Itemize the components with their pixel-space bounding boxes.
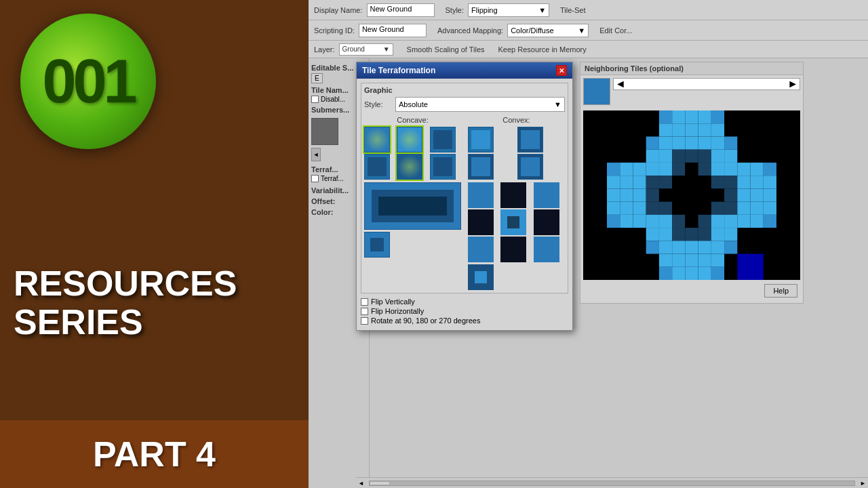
convex-column: Convex: [468,116,565,290]
convex-check-6[interactable] [534,209,559,235]
svg-rect-53 [633,188,646,201]
scroll-right-btn[interactable]: ► [858,480,868,487]
svg-rect-79 [633,215,646,228]
scroll-left-arrow[interactable]: ◄ [615,78,626,90]
concave-tile-6[interactable] [430,154,456,180]
svg-rect-61 [737,188,750,201]
preview-scroll-bar[interactable]: ◄ ► [613,78,800,90]
svg-rect-29 [659,163,672,176]
convex-check-8[interactable] [500,237,526,262]
svg-rect-15 [698,136,711,149]
svg-rect-80 [646,215,659,228]
svg-rect-99 [672,241,685,253]
preview-svg [583,110,800,280]
convex-check-1[interactable] [468,182,494,208]
svg-rect-17 [724,136,737,149]
help-button[interactable]: Help [764,284,797,298]
convex-check-7[interactable] [468,237,494,262]
svg-rect-78 [620,215,633,228]
layer-value: Ground [342,45,365,53]
scroll-right-arrow[interactable]: ► [787,78,798,90]
svg-rect-58 [698,188,711,201]
bottom-scroll-bar[interactable]: ◄ ► [356,477,868,488]
adv-mapping-label: Advanced Mapping: [437,26,503,35]
convex-check-2[interactable] [500,182,526,208]
svg-rect-14 [685,136,698,149]
convex-grid-top [468,127,565,180]
svg-rect-50 [764,176,776,188]
layer-chevron: ▼ [383,45,390,53]
svg-rect-4 [698,110,711,123]
svg-rect-3 [685,110,698,123]
svg-rect-8 [685,123,698,136]
scripting-id-field: Scripting ID: New Ground [314,24,427,37]
svg-rect-28 [646,163,659,176]
concave-tile-1[interactable] [364,127,390,152]
rotate-checkbox[interactable] [361,317,368,325]
layer-dropdown[interactable]: Ground ▼ [339,43,393,56]
adv-mapping-dropdown[interactable]: Color/Diffuse ▼ [507,24,589,37]
svg-rect-40 [633,176,646,188]
part-banner: PART 4 [0,420,309,488]
flip-h-checkbox[interactable] [361,308,368,315]
svg-rect-69 [672,202,685,215]
svg-rect-85 [711,215,724,228]
scroll-thumb[interactable] [370,481,390,485]
flip-v-checkbox[interactable] [361,298,368,306]
edit-cort-field: Edit Cor... [599,26,632,35]
svg-rect-41 [646,176,659,188]
flip-h-label: Flip Horizontally [371,307,424,315]
style-field: Style: Flipping ▼ [446,3,550,17]
convex-check-3[interactable] [534,182,559,208]
convex-checker-grid [468,182,565,262]
style-chevron: ▼ [538,6,546,14]
tile-terraformation-dialog[interactable]: Tile Terraformation ✕ Graphic Style: Abs… [356,62,573,331]
layer-field: Layer: Ground ▼ [314,43,393,56]
concave-tile-5[interactable] [397,154,422,180]
convex-tile-4[interactable] [517,154,543,180]
svg-rect-112 [685,267,698,280]
svg-rect-93 [685,228,698,241]
dialog-close-button[interactable]: ✕ [556,65,567,76]
style-dropdown[interactable]: Flipping ▼ [468,3,549,17]
svg-rect-43 [672,176,685,188]
svg-rect-32 [698,163,711,176]
display-name-label: Display Name: [314,6,363,14]
neighboring-tiles-header: Neighboring Tiles (optional) [580,62,803,75]
convex-tile-3[interactable] [468,154,494,180]
svg-rect-62 [751,188,764,201]
display-name-input[interactable]: New Ground [367,3,435,17]
convex-tile-1[interactable] [468,127,494,152]
convex-check-4[interactable] [468,209,494,235]
scripting-id-input[interactable]: New Ground [359,24,427,37]
help-button-area: Help [580,283,803,303]
svg-rect-22 [698,150,711,163]
concave-tile-2[interactable] [397,127,422,152]
svg-rect-109 [737,254,763,280]
scroll-left-btn[interactable]: ◄ [356,480,366,487]
svg-rect-1 [659,110,672,123]
concave-tile-4[interactable] [364,154,390,180]
convex-check-5[interactable] [500,209,526,235]
svg-rect-74 [737,202,750,215]
neighboring-tiles-panel: Neighboring Tiles (optional) ◄ ► [580,62,804,304]
display-name-field: Display Name: New Ground [314,3,435,17]
convex-single-tile[interactable] [468,264,494,290]
concave-large-tile[interactable] [364,182,461,230]
svg-rect-92 [672,228,685,241]
svg-rect-63 [764,188,776,201]
concave-single-tile[interactable] [364,232,390,258]
concave-column: Concave: [364,116,461,290]
svg-rect-65 [620,202,633,215]
graphic-style-dropdown[interactable]: Absolute ▼ [395,97,565,112]
svg-rect-87 [737,215,750,228]
svg-rect-26 [620,163,633,176]
svg-rect-90 [646,228,659,241]
convex-tile-2[interactable] [517,127,543,152]
concave-tile-3[interactable] [430,127,456,152]
svg-rect-54 [646,188,659,201]
convex-check-9[interactable] [534,237,559,262]
svg-rect-45 [698,176,711,188]
dialog-overlay: Tile Terraformation ✕ Graphic Style: Abs… [309,58,868,488]
preview-image-area [583,110,800,280]
